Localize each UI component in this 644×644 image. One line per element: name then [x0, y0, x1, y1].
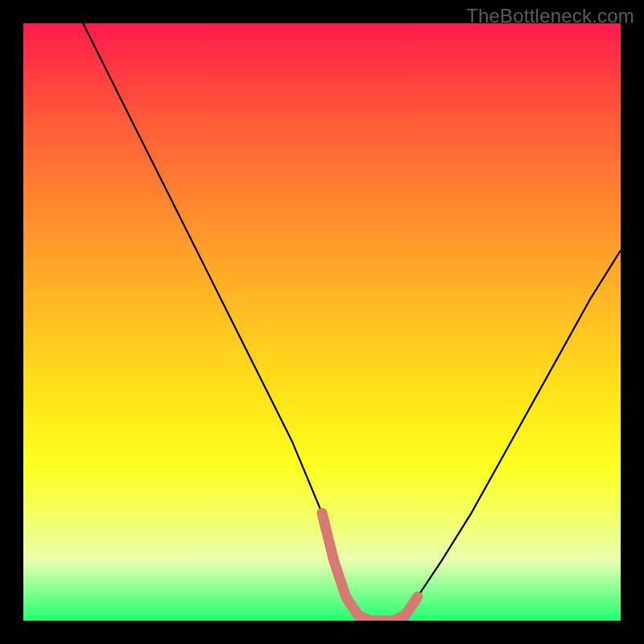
bottleneck-curve-svg [23, 23, 621, 621]
marker-path [322, 513, 418, 621]
chart-area [23, 23, 621, 621]
curve-path [83, 23, 621, 621]
